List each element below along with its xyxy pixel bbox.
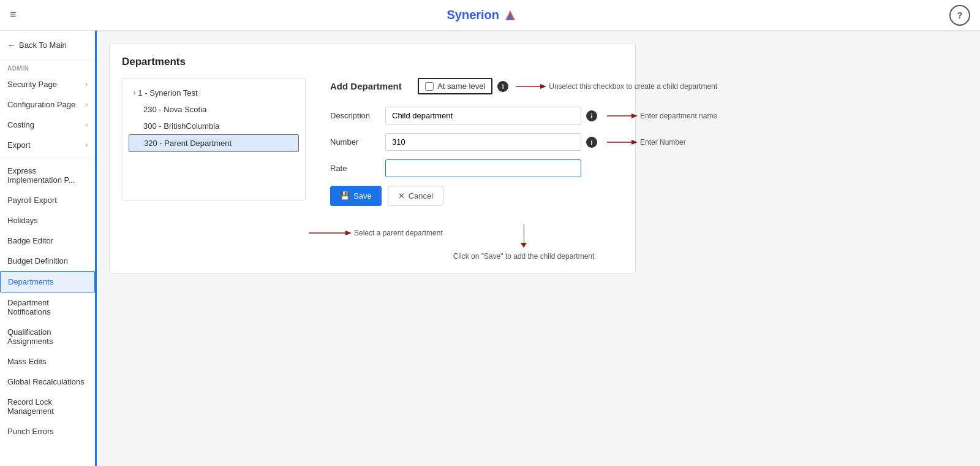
number-annotation-wrapper: Enter Number <box>607 138 686 147</box>
back-arrow-icon: ← <box>7 40 15 50</box>
svg-marker-5 <box>540 84 546 89</box>
tree-item-nova-scotia[interactable]: 230 - Nova Scotia <box>129 101 299 118</box>
cancel-icon: ✕ <box>398 191 405 201</box>
at-same-level-checkbox-area[interactable]: At same level <box>418 78 492 94</box>
svg-marker-9 <box>631 140 638 145</box>
at-same-level-checkbox[interactable] <box>425 82 434 91</box>
hamburger-icon[interactable]: ≡ <box>10 9 17 21</box>
save-note: Click on "Save" to add the child departm… <box>453 252 595 261</box>
tree-item-synerion-test[interactable]: › 1 - Synerion Test <box>129 85 299 101</box>
description-input-wrap: i Enter department name <box>385 107 717 124</box>
sidebar-item-label: Express Implementation P... <box>7 166 88 185</box>
departments-title: Departments <box>122 56 623 68</box>
content-area: Departments › 1 - Synerion Test 230 - No… <box>97 31 980 466</box>
cancel-button[interactable]: ✕ Cancel <box>388 186 443 206</box>
chevron-right-icon: › <box>86 142 88 148</box>
chevron-right-icon: › <box>86 121 88 128</box>
logo-icon <box>502 9 519 21</box>
chevron-right-icon: › <box>86 81 88 88</box>
description-annotation-text: Enter department name <box>640 112 717 120</box>
expand-icon: › <box>134 90 135 96</box>
sidebar-item-qualification-assignments[interactable]: Qualification Assignments <box>0 322 95 351</box>
add-dept-title: Add Department <box>330 81 402 91</box>
sidebar-item-label: Departments <box>8 277 53 286</box>
save-icon: 💾 <box>340 191 350 201</box>
sidebar-item-departments[interactable]: Departments <box>0 271 95 292</box>
dept-tree: › 1 - Synerion Test 230 - Nova Scotia 30… <box>122 78 306 201</box>
number-input[interactable] <box>385 133 581 151</box>
rate-form-row: Rate <box>330 159 717 177</box>
checkbox-info-icon[interactable]: i <box>497 81 508 92</box>
top-header: ≡ Synerion ? <box>0 0 980 31</box>
help-icon[interactable]: ? <box>949 5 970 26</box>
sidebar-item-security-page[interactable]: Security Page › <box>0 74 95 94</box>
number-form-row: Number i Enter Number <box>330 133 717 151</box>
dept-layout: › 1 - Synerion Test 230 - Nova Scotia 30… <box>122 78 623 261</box>
description-label: Description <box>330 111 385 120</box>
sidebar-item-label: Mass Edits <box>7 357 47 366</box>
description-info-icon[interactable]: i <box>586 110 597 121</box>
sidebar-item-budget-definition[interactable]: Budget Definition <box>0 251 95 271</box>
sidebar-item-label: Budget Definition <box>7 256 68 265</box>
save-annotation: Click on "Save" to add the child departm… <box>330 218 717 261</box>
rate-input[interactable] <box>385 159 581 177</box>
save-button[interactable]: 💾 Save <box>330 186 382 206</box>
main-layout: ← Back To Main ADMIN Security Page › Con… <box>0 31 980 466</box>
back-label: Back To Main <box>19 40 67 50</box>
number-info-icon[interactable]: i <box>586 137 597 148</box>
checkbox-annotation-text: Unselect this checkbox to create a child… <box>549 82 717 91</box>
sidebar-item-costing[interactable]: Costing › <box>0 115 95 135</box>
back-to-main-button[interactable]: ← Back To Main <box>0 31 95 60</box>
sidebar-item-express-impl[interactable]: Express Implementation P... <box>0 161 95 190</box>
rate-input-wrap <box>385 159 717 177</box>
number-input-wrap: i Enter Number <box>385 133 717 151</box>
sidebar-item-global-recalculations[interactable]: Global Recalculations <box>0 372 95 392</box>
sidebar: ← Back To Main ADMIN Security Page › Con… <box>0 31 97 466</box>
save-label: Save <box>353 191 372 201</box>
rate-label: Rate <box>330 164 385 173</box>
sidebar-item-label: Qualification Assignments <box>7 327 88 346</box>
tree-item-label: 1 - Synerion Test <box>138 88 197 97</box>
sidebar-item-label: Record Lock Management <box>7 397 88 416</box>
sidebar-item-label: Costing <box>7 120 34 129</box>
sidebar-item-record-lock-mgmt[interactable]: Record Lock Management <box>0 392 95 421</box>
sidebar-item-punch-errors[interactable]: Punch Errors <box>0 421 95 441</box>
sidebar-item-label: Badge Editor <box>7 236 53 245</box>
sidebar-item-badge-editor[interactable]: Badge Editor <box>0 231 95 251</box>
number-annotation-arrow <box>607 139 638 146</box>
form-header-row: Add Department At same level i <box>330 78 717 94</box>
sidebar-item-dept-notifications[interactable]: Department Notifications <box>0 292 95 322</box>
checkbox-label: At same level <box>437 82 485 91</box>
departments-panel: Departments › 1 - Synerion Test 230 - No… <box>109 43 636 273</box>
tree-item-britishcolumbia[interactable]: 300 - BritishColumbia <box>129 118 299 134</box>
sidebar-item-mass-edits[interactable]: Mass Edits <box>0 351 95 372</box>
number-annotation-text: Enter Number <box>640 138 686 147</box>
sidebar-item-label: Department Notifications <box>7 298 88 316</box>
checkbox-annotation-wrapper: Unselect this checkbox to create a child… <box>516 82 717 91</box>
add-dept-form: Add Department At same level i <box>330 78 717 261</box>
tree-item-label: 230 - Nova Scotia <box>143 105 206 114</box>
sidebar-item-export[interactable]: Export › <box>0 135 95 155</box>
number-label: Number <box>330 137 385 147</box>
sidebar-item-holidays[interactable]: Holidays <box>0 210 95 231</box>
sidebar-divider <box>0 158 95 158</box>
form-button-row: 💾 Save ✕ Cancel <box>330 186 717 206</box>
sidebar-item-label: Security Page <box>7 80 57 89</box>
tree-item-label: 300 - BritishColumbia <box>143 121 219 131</box>
description-input[interactable] <box>385 107 581 124</box>
admin-section-label: ADMIN <box>0 60 95 74</box>
sidebar-item-configuration-page[interactable]: Configuration Page › <box>0 94 95 115</box>
chevron-right-icon: › <box>86 101 88 108</box>
sidebar-item-label: Punch Errors <box>7 427 54 436</box>
tree-item-parent-dept[interactable]: 320 - Parent Department <box>129 134 299 152</box>
cancel-label: Cancel <box>409 191 433 201</box>
svg-marker-7 <box>631 113 638 118</box>
sidebar-item-payroll-export[interactable]: Payroll Export <box>0 190 95 210</box>
save-arrow-head <box>521 243 527 248</box>
save-arrow-line <box>524 224 524 243</box>
checkbox-annotation-arrow <box>516 83 546 90</box>
save-arrow <box>330 224 717 248</box>
sidebar-item-label: Global Recalculations <box>7 377 85 386</box>
sidebar-item-label: Export <box>7 140 31 150</box>
sidebar-item-label: Payroll Export <box>7 196 57 205</box>
